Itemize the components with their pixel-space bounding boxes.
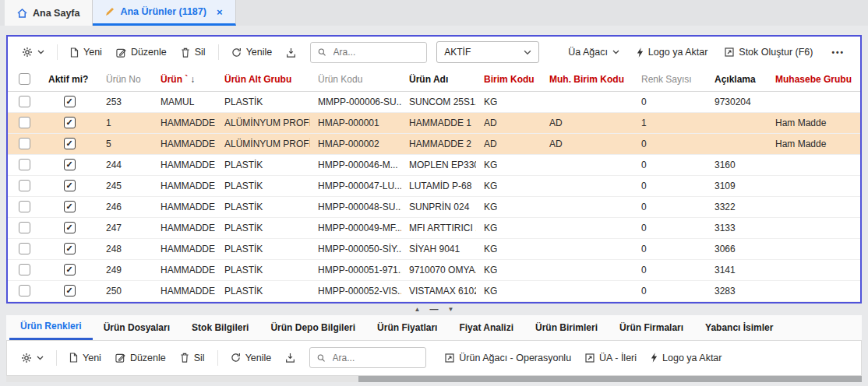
table-row[interactable]: 5 HAMMADDE ALÜMİNYUM PROFİL HMAP-000002 …	[8, 133, 860, 154]
delete-button[interactable]: Sil	[175, 43, 212, 61]
detail-refresh-button[interactable]: Yenile	[224, 349, 278, 367]
ua-agaci-dropdown[interactable]: Üa Ağacı	[562, 43, 626, 61]
row-select-checkbox[interactable]	[19, 96, 30, 107]
aktif-checkbox[interactable]	[64, 264, 76, 275]
aktif-checkbox[interactable]	[64, 96, 76, 107]
detail-logo-aktar-button[interactable]: Logo ya Aktar	[644, 349, 728, 367]
detail-tab-urun-depo-bilgileri[interactable]: Ürün Depo Bilgileri	[259, 315, 366, 340]
table-row[interactable]: 1 HAMMADDE ALÜMİNYUM PROFİL HMAP-000001 …	[8, 112, 860, 133]
detail-tab-urun-birimleri[interactable]: Ürün Birimleri	[524, 315, 609, 340]
bottom-grid-edge-left	[6, 376, 358, 382]
row-select-checkbox[interactable]	[19, 201, 30, 212]
col-header-muhasebe-grubu[interactable]: Muhasebe Grubu	[767, 68, 860, 91]
table-row[interactable]: 250 HAMMADDE PLASTİK HMPP-000052-VIS... …	[8, 280, 860, 301]
table-row[interactable]: 244 HAMMADDE PLASTİK HMPP-000046-M... MO…	[8, 154, 860, 175]
cell-urun-adi: SUNPRİN 024	[401, 196, 476, 217]
col-header-urun-adi[interactable]: Ürün Adı	[401, 68, 476, 91]
search-input[interactable]	[332, 46, 420, 58]
aktif-checkbox[interactable]	[64, 138, 76, 149]
urun-agaci-operasyonlu-button[interactable]: Ürün Ağacı - Operasyonlu	[439, 349, 577, 367]
col-header-aciklama[interactable]: Açıklama	[707, 68, 767, 91]
export-button[interactable]	[280, 44, 302, 61]
col-header-urun-no[interactable]: Ürün No	[98, 68, 153, 91]
tab-ana-sayfa[interactable]: Ana Sayfa	[5, 0, 93, 26]
aktif-checkbox[interactable]	[64, 285, 76, 297]
table-row[interactable]: 246 HAMMADDE PLASTİK HMPP-000048-SU... S…	[8, 196, 860, 217]
detail-tab-stok-bilgileri[interactable]: Stok Bilgileri	[181, 315, 259, 340]
status-filter-select[interactable]: AKTİF	[436, 41, 539, 63]
detail-tab-urun-fiyatlari[interactable]: Ürün Fiyatları	[366, 315, 448, 340]
home-icon	[17, 9, 27, 18]
col-header-urun-kodu[interactable]: Ürün Kodu	[310, 68, 401, 91]
detail-tab-urun-dosyalari[interactable]: Ürün Dosyaları	[93, 315, 181, 340]
more-options-button[interactable]: •••	[824, 44, 852, 61]
cell-urun-alt-grubu: PLASTİK	[217, 217, 310, 238]
table-row[interactable]: 245 HAMMADDE PLASTİK HMPP-000047-LU... L…	[8, 175, 860, 196]
col-header-renk-sayisi[interactable]: Renk Sayısı	[633, 68, 707, 91]
ua-ileri-button[interactable]: ÜA - İleri	[579, 349, 643, 367]
row-select-checkbox[interactable]	[19, 159, 30, 170]
tab-ana-urunler[interactable]: Ana Ürünler (1187) ×	[93, 0, 235, 26]
cell-muh-birim-kodu	[542, 91, 633, 112]
row-select-checkbox[interactable]	[19, 180, 30, 191]
detail-tab-urun-firmalari[interactable]: Ürün Firmaları	[609, 315, 694, 340]
detail-refresh-label: Yenile	[245, 353, 272, 363]
edit-icon	[115, 353, 125, 363]
detail-tab-urun-renkleri[interactable]: Ürün Renkleri	[9, 315, 93, 340]
aktif-checkbox[interactable]	[64, 222, 76, 233]
refresh-button[interactable]: Yenile	[225, 43, 279, 61]
col-header-muh-birim-kodu[interactable]: Muh. Birim Kodu	[542, 68, 633, 91]
ua-ileri-icon	[585, 353, 595, 363]
cell-aciklama: 3109	[707, 175, 767, 196]
row-select-checkbox[interactable]	[19, 138, 30, 149]
cell-urun-kodu: MMPP-000006-SU...	[310, 91, 401, 112]
cell-urun-grubu: MAMUL	[153, 91, 217, 112]
select-all-checkbox[interactable]	[19, 73, 30, 85]
detail-export-button[interactable]	[279, 349, 302, 367]
row-select-checkbox[interactable]	[19, 243, 30, 254]
cell-urun-kodu: HMPP-000049-MF...	[310, 217, 401, 238]
table-row[interactable]: 249 HAMMADDE PLASTİK HMPP-000051-971... …	[8, 259, 860, 280]
aktif-checkbox[interactable]	[64, 243, 76, 254]
cell-muhasebe-grubu	[767, 280, 860, 301]
edit-button[interactable]: Düzenle	[110, 43, 173, 61]
stok-olustur-button[interactable]: Stok Oluştur (F6)	[718, 43, 819, 61]
logo-aktar-button[interactable]: Logo ya Aktar	[630, 43, 714, 61]
detail-delete-button[interactable]: Sil	[174, 349, 211, 367]
aktif-checkbox[interactable]	[64, 117, 76, 128]
toolbar-divider	[218, 44, 219, 60]
detail-search-input[interactable]	[331, 352, 419, 364]
export-icon	[285, 353, 295, 363]
panel-splitter[interactable]: ▲ — ▼	[0, 304, 868, 315]
collapse-up-icon[interactable]: ▲	[415, 306, 421, 313]
new-button[interactable]: Yeni	[64, 43, 108, 61]
col-header-aktif-mi[interactable]: Aktif mi?	[41, 68, 98, 91]
refresh-button-label: Yenile	[246, 47, 273, 58]
table-row[interactable]: 253 MAMUL PLASTİK MMPP-000006-SU... SUNC…	[8, 91, 860, 112]
close-tab-icon[interactable]: ×	[217, 6, 223, 18]
cell-muhasebe-grubu	[767, 154, 860, 175]
col-header-label: Ürün `	[161, 74, 188, 85]
detail-tab-yabanci-isimler[interactable]: Yabancı İsimler	[694, 315, 784, 340]
detail-tab-fiyat-analizi[interactable]: Fiyat Analizi	[448, 315, 524, 340]
detail-new-button[interactable]: Yeni	[63, 349, 108, 367]
aktif-checkbox[interactable]	[64, 201, 76, 212]
collapse-down-icon[interactable]: ▼	[448, 306, 454, 313]
detail-grid-options-button[interactable]	[15, 349, 50, 367]
grid-options-button[interactable]	[16, 43, 51, 61]
col-header-urun-alt-grubu[interactable]: Ürün Alt Grubu	[217, 68, 310, 91]
row-select-checkbox[interactable]	[19, 285, 30, 297]
edit-button-label: Düzenle	[131, 47, 167, 58]
row-select-checkbox[interactable]	[19, 222, 30, 233]
splitter-handle-icon[interactable]: —	[430, 304, 439, 314]
lightning-icon	[651, 353, 658, 363]
row-select-checkbox[interactable]	[19, 264, 30, 275]
col-header-urun-grubu[interactable]: Ürün `↓	[153, 68, 217, 91]
table-row[interactable]: 247 HAMMADDE PLASTİK HMPP-000049-MF... M…	[8, 217, 860, 238]
col-header-birim-kodu[interactable]: Birim Kodu	[476, 68, 542, 91]
row-select-checkbox[interactable]	[19, 117, 30, 128]
detail-edit-button[interactable]: Düzenle	[109, 349, 172, 367]
aktif-checkbox[interactable]	[64, 159, 76, 170]
table-row[interactable]: 248 HAMMADDE PLASTİK HMPP-000050-SİY... …	[8, 238, 860, 259]
aktif-checkbox[interactable]	[64, 180, 76, 191]
